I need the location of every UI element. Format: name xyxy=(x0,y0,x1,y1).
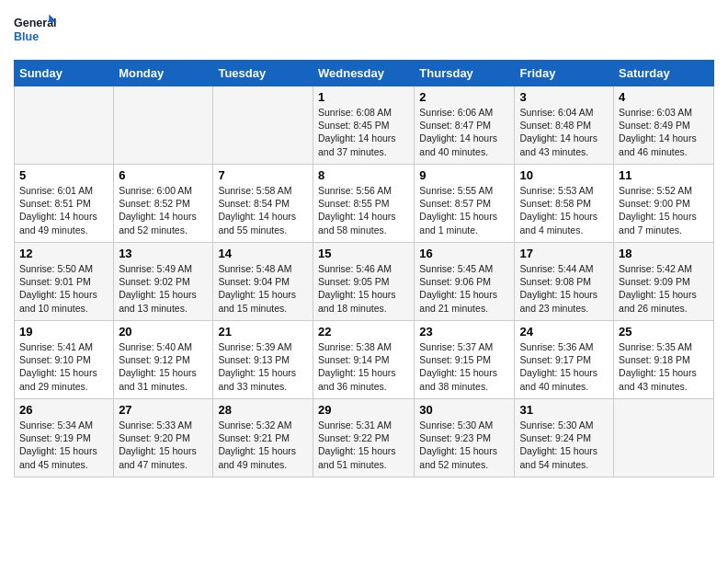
day-number: 18 xyxy=(619,247,709,260)
day-number: 26 xyxy=(19,403,108,417)
day-info: Sunrise: 5:45 AMSunset: 9:06 PMDaylight:… xyxy=(419,262,509,315)
header-day-thursday: Thursday xyxy=(415,61,515,86)
day-info: Sunrise: 5:49 AMSunset: 9:02 PMDaylight:… xyxy=(119,262,208,315)
day-info: Sunrise: 6:06 AMSunset: 8:47 PMDaylight:… xyxy=(419,106,509,158)
day-number: 30 xyxy=(419,403,509,417)
day-info: Sunrise: 6:01 AMSunset: 8:51 PMDaylight:… xyxy=(19,184,108,236)
day-number: 14 xyxy=(218,247,308,260)
logo: General Blue xyxy=(14,9,60,51)
day-number: 21 xyxy=(218,325,308,339)
day-number: 9 xyxy=(419,168,509,182)
calendar-cell: 16Sunrise: 5:45 AMSunset: 9:06 PMDayligh… xyxy=(415,243,515,321)
calendar-cell: 15Sunrise: 5:46 AMSunset: 9:05 PMDayligh… xyxy=(313,243,414,321)
day-info: Sunrise: 5:55 AMSunset: 8:57 PMDaylight:… xyxy=(419,184,509,236)
day-number: 8 xyxy=(318,168,409,182)
calendar-cell: 19Sunrise: 5:41 AMSunset: 9:10 PMDayligh… xyxy=(15,321,114,399)
calendar-cell: 25Sunrise: 5:35 AMSunset: 9:18 PMDayligh… xyxy=(614,321,714,399)
calendar-cell: 7Sunrise: 5:58 AMSunset: 8:54 PMDaylight… xyxy=(213,165,313,243)
day-info: Sunrise: 5:56 AMSunset: 8:55 PMDaylight:… xyxy=(318,184,409,236)
calendar-cell xyxy=(15,86,114,165)
day-number: 5 xyxy=(19,168,108,182)
day-info: Sunrise: 5:40 AMSunset: 9:12 PMDaylight:… xyxy=(119,340,208,393)
calendar-cell xyxy=(114,86,213,165)
day-number: 16 xyxy=(419,247,509,260)
day-number: 2 xyxy=(419,90,509,104)
day-info: Sunrise: 5:44 AMSunset: 9:08 PMDaylight:… xyxy=(519,262,609,315)
calendar-cell: 30Sunrise: 5:30 AMSunset: 9:23 PMDayligh… xyxy=(415,399,515,477)
day-info: Sunrise: 5:32 AMSunset: 9:21 PMDaylight:… xyxy=(218,419,308,471)
calendar-cell xyxy=(614,399,714,477)
day-number: 28 xyxy=(218,403,308,417)
day-info: Sunrise: 5:53 AMSunset: 8:58 PMDaylight:… xyxy=(519,184,609,236)
calendar-cell: 24Sunrise: 5:36 AMSunset: 9:17 PMDayligh… xyxy=(515,321,614,399)
day-info: Sunrise: 5:33 AMSunset: 9:20 PMDaylight:… xyxy=(119,419,208,471)
day-number: 10 xyxy=(519,168,609,182)
day-number: 15 xyxy=(318,247,409,260)
calendar-cell: 20Sunrise: 5:40 AMSunset: 9:12 PMDayligh… xyxy=(114,321,213,399)
day-number: 25 xyxy=(619,325,709,339)
day-number: 22 xyxy=(318,325,409,339)
calendar-cell: 13Sunrise: 5:49 AMSunset: 9:02 PMDayligh… xyxy=(114,243,213,321)
day-number: 17 xyxy=(519,247,609,260)
day-info: Sunrise: 5:35 AMSunset: 9:18 PMDaylight:… xyxy=(619,340,709,393)
calendar-cell: 3Sunrise: 6:04 AMSunset: 8:48 PMDaylight… xyxy=(515,86,614,165)
day-info: Sunrise: 5:52 AMSunset: 9:00 PMDaylight:… xyxy=(619,184,709,236)
calendar-cell: 11Sunrise: 5:52 AMSunset: 9:00 PMDayligh… xyxy=(614,165,714,243)
week-row-1: 1Sunrise: 6:08 AMSunset: 8:45 PMDaylight… xyxy=(15,86,714,165)
week-row-3: 12Sunrise: 5:50 AMSunset: 9:01 PMDayligh… xyxy=(15,243,714,321)
header-day-tuesday: Tuesday xyxy=(213,61,313,86)
day-number: 19 xyxy=(19,325,108,339)
day-info: Sunrise: 5:58 AMSunset: 8:54 PMDaylight:… xyxy=(218,184,308,236)
day-number: 24 xyxy=(519,325,609,339)
day-info: Sunrise: 6:00 AMSunset: 8:52 PMDaylight:… xyxy=(119,184,208,236)
day-number: 6 xyxy=(119,168,208,182)
day-number: 12 xyxy=(19,247,108,260)
day-info: Sunrise: 5:30 AMSunset: 9:24 PMDaylight:… xyxy=(519,419,609,471)
header-day-monday: Monday xyxy=(114,61,213,86)
day-info: Sunrise: 6:03 AMSunset: 8:49 PMDaylight:… xyxy=(619,106,709,158)
svg-text:Blue: Blue xyxy=(14,30,39,43)
calendar-cell: 17Sunrise: 5:44 AMSunset: 9:08 PMDayligh… xyxy=(515,243,614,321)
calendar-cell: 22Sunrise: 5:38 AMSunset: 9:14 PMDayligh… xyxy=(313,321,414,399)
calendar-cell: 23Sunrise: 5:37 AMSunset: 9:15 PMDayligh… xyxy=(415,321,515,399)
day-info: Sunrise: 5:50 AMSunset: 9:01 PMDaylight:… xyxy=(19,262,108,315)
day-info: Sunrise: 5:46 AMSunset: 9:05 PMDaylight:… xyxy=(318,262,409,315)
header-row: SundayMondayTuesdayWednesdayThursdayFrid… xyxy=(15,61,714,86)
day-number: 4 xyxy=(619,90,709,104)
day-number: 1 xyxy=(318,90,409,104)
calendar-cell: 31Sunrise: 5:30 AMSunset: 9:24 PMDayligh… xyxy=(515,399,614,477)
day-info: Sunrise: 6:04 AMSunset: 8:48 PMDaylight:… xyxy=(519,106,609,158)
day-info: Sunrise: 5:34 AMSunset: 9:19 PMDaylight:… xyxy=(19,419,108,471)
calendar-cell: 9Sunrise: 5:55 AMSunset: 8:57 PMDaylight… xyxy=(415,165,515,243)
calendar-cell: 28Sunrise: 5:32 AMSunset: 9:21 PMDayligh… xyxy=(213,399,313,477)
day-info: Sunrise: 5:41 AMSunset: 9:10 PMDaylight:… xyxy=(19,340,108,393)
day-info: Sunrise: 5:38 AMSunset: 9:14 PMDaylight:… xyxy=(318,340,409,393)
day-info: Sunrise: 5:39 AMSunset: 9:13 PMDaylight:… xyxy=(218,340,308,393)
header-day-saturday: Saturday xyxy=(614,61,714,86)
calendar-table: SundayMondayTuesdayWednesdayThursdayFrid… xyxy=(14,60,714,477)
day-number: 23 xyxy=(419,325,509,339)
day-number: 11 xyxy=(619,168,709,182)
header-day-friday: Friday xyxy=(515,61,614,86)
day-info: Sunrise: 5:48 AMSunset: 9:04 PMDaylight:… xyxy=(218,262,308,315)
page-header: General Blue xyxy=(14,9,714,51)
calendar-cell: 14Sunrise: 5:48 AMSunset: 9:04 PMDayligh… xyxy=(213,243,313,321)
calendar-cell: 6Sunrise: 6:00 AMSunset: 8:52 PMDaylight… xyxy=(114,165,213,243)
logo-icon: General Blue xyxy=(14,9,60,51)
header-day-wednesday: Wednesday xyxy=(313,61,414,86)
day-info: Sunrise: 6:08 AMSunset: 8:45 PMDaylight:… xyxy=(318,106,409,158)
day-info: Sunrise: 5:31 AMSunset: 9:22 PMDaylight:… xyxy=(318,419,409,471)
calendar-cell: 1Sunrise: 6:08 AMSunset: 8:45 PMDaylight… xyxy=(313,86,414,165)
day-number: 31 xyxy=(519,403,609,417)
calendar-cell: 5Sunrise: 6:01 AMSunset: 8:51 PMDaylight… xyxy=(15,165,114,243)
week-row-2: 5Sunrise: 6:01 AMSunset: 8:51 PMDaylight… xyxy=(15,165,714,243)
header-day-sunday: Sunday xyxy=(15,61,114,86)
calendar-cell: 29Sunrise: 5:31 AMSunset: 9:22 PMDayligh… xyxy=(313,399,414,477)
calendar-cell: 4Sunrise: 6:03 AMSunset: 8:49 PMDaylight… xyxy=(614,86,714,165)
calendar-cell: 2Sunrise: 6:06 AMSunset: 8:47 PMDaylight… xyxy=(415,86,515,165)
calendar-cell: 12Sunrise: 5:50 AMSunset: 9:01 PMDayligh… xyxy=(15,243,114,321)
day-number: 7 xyxy=(218,168,308,182)
calendar-cell: 8Sunrise: 5:56 AMSunset: 8:55 PMDaylight… xyxy=(313,165,414,243)
day-number: 27 xyxy=(119,403,208,417)
calendar-cell: 21Sunrise: 5:39 AMSunset: 9:13 PMDayligh… xyxy=(213,321,313,399)
